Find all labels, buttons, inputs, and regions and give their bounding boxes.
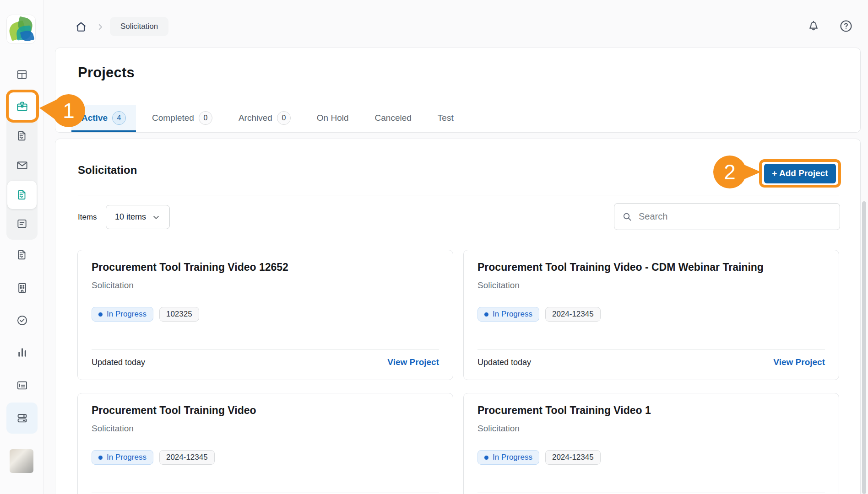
browser-list-icon <box>16 379 28 392</box>
notes-icon <box>16 218 28 230</box>
sidebar-item-contracts[interactable] <box>10 124 34 148</box>
status-badge: In Progress <box>477 450 539 465</box>
annotation-highlight-ring-add-project: + Add Project <box>759 159 841 188</box>
solicitation-panel: Solicitation + Add Project Items 10 item… <box>55 139 861 494</box>
sidebar-item-documents[interactable] <box>10 243 34 267</box>
sidebar-item-approvals[interactable] <box>10 308 34 332</box>
status-label: In Progress <box>107 453 146 462</box>
app-logo[interactable] <box>6 15 36 44</box>
project-id-badge: 2024-12345 <box>159 450 215 465</box>
project-title: Procurement Tool Training Video - CDM We… <box>477 261 825 274</box>
divider <box>78 195 839 195</box>
tab-test[interactable]: Test <box>428 105 464 132</box>
status-badge: In Progress <box>477 307 539 322</box>
logo-leaf-blue <box>20 29 35 43</box>
sidebar-item-dashboard[interactable] <box>10 63 34 86</box>
sidebar-item-servers[interactable] <box>10 406 34 430</box>
tab-active-count: 4 <box>112 111 126 125</box>
project-card: Procurement Tool Training Video Solicita… <box>77 393 453 494</box>
sidebar-item-vendors[interactable] <box>10 276 34 300</box>
view-project-link[interactable]: View Project <box>387 357 439 367</box>
tab-archived-count: 0 <box>277 111 291 125</box>
project-category: Solicitation <box>477 424 825 434</box>
add-project-button[interactable]: + Add Project <box>764 164 836 183</box>
annotation-step-2: 2 <box>711 154 763 190</box>
help-icon <box>839 19 853 33</box>
tab-on-hold-label: On Hold <box>317 113 349 123</box>
tab-archived[interactable]: Archived 0 <box>228 105 301 132</box>
help-button[interactable] <box>839 19 853 33</box>
bar-chart-icon <box>16 346 28 359</box>
tab-completed-count: 0 <box>199 111 212 125</box>
breadcrumb-current[interactable]: Solicitation <box>110 17 168 36</box>
divider <box>92 349 439 350</box>
items-per-page-label: Items <box>78 213 97 222</box>
status-dot-icon <box>484 312 488 317</box>
divider <box>92 493 439 493</box>
notifications-button[interactable] <box>807 19 820 32</box>
contract-icon <box>16 130 28 142</box>
tab-completed-label: Completed <box>152 113 194 123</box>
breadcrumb-current-label: Solicitation <box>120 22 158 31</box>
sidebar-item-records[interactable] <box>10 373 34 397</box>
page-title: Projects <box>78 64 135 81</box>
tab-canceled-label: Canceled <box>375 113 412 123</box>
project-status-tabs: Active 4 Completed 0 Archived 0 On Hold … <box>71 105 856 132</box>
project-card: Procurement Tool Training Video 12652 So… <box>77 250 453 380</box>
project-card-grid: Procurement Tool Training Video 12652 So… <box>77 250 839 494</box>
project-title: Procurement Tool Training Video <box>92 404 439 417</box>
project-card: Procurement Tool Training Video - CDM We… <box>463 250 839 380</box>
projects-panel: Projects Active 4 Completed 0 Archived 0… <box>55 48 861 133</box>
status-label: In Progress <box>493 310 532 319</box>
search-box <box>614 203 840 230</box>
project-category: Solicitation <box>477 280 825 290</box>
status-dot-icon <box>98 312 103 317</box>
project-id-badge: 2024-12345 <box>545 450 601 465</box>
updated-text: Updated today <box>477 358 531 367</box>
sidebar <box>0 0 43 494</box>
building-icon <box>16 282 28 294</box>
user-avatar[interactable] <box>10 449 33 473</box>
tab-canceled[interactable]: Canceled <box>365 105 422 132</box>
sidebar-item-mail[interactable] <box>10 153 34 177</box>
breadcrumb-home-button[interactable] <box>75 21 87 33</box>
tab-test-label: Test <box>438 113 454 123</box>
chevron-down-icon <box>152 213 161 222</box>
breadcrumb-chevron-icon <box>96 23 104 31</box>
updated-text: Updated today <box>92 358 145 367</box>
project-category: Solicitation <box>92 424 439 434</box>
annotation-step-2-number: 2 <box>722 161 738 183</box>
items-per-page-select[interactable]: 10 items <box>106 205 170 229</box>
mail-icon <box>16 159 28 172</box>
sidebar-item-reports[interactable] <box>10 340 34 364</box>
status-dot-icon <box>98 456 103 460</box>
vertical-scrollbar[interactable] <box>862 201 866 494</box>
check-circle-icon <box>16 314 28 327</box>
status-badge: In Progress <box>92 307 153 322</box>
document-icon <box>16 189 28 201</box>
search-icon <box>622 211 633 222</box>
status-label: In Progress <box>107 310 146 319</box>
annotation-step-1: 1 <box>37 91 88 132</box>
contract-icon <box>16 249 28 261</box>
tab-completed[interactable]: Completed 0 <box>142 105 222 132</box>
sidebar-item-solicitations-active[interactable] <box>10 183 34 207</box>
sidebar-item-notes[interactable] <box>10 212 34 236</box>
sidebar-item-projects[interactable] <box>10 94 34 118</box>
tab-archived-label: Archived <box>239 113 272 123</box>
project-id-badge: 102325 <box>159 307 199 322</box>
annotation-step-1-number: 1 <box>60 100 77 122</box>
status-label: In Progress <box>493 453 532 462</box>
project-category: Solicitation <box>92 280 439 290</box>
project-card: Procurement Tool Training Video 1 Solici… <box>463 393 839 494</box>
bell-icon <box>807 19 820 32</box>
project-id-badge: 2024-12345 <box>545 307 601 322</box>
servers-icon <box>16 412 28 424</box>
tab-on-hold[interactable]: On Hold <box>307 105 359 132</box>
search-input[interactable] <box>639 211 832 222</box>
view-project-link[interactable]: View Project <box>773 357 825 367</box>
section-title: Solicitation <box>78 164 137 177</box>
items-per-page-value: 10 items <box>115 212 146 222</box>
dashboard-icon <box>16 69 28 81</box>
project-title: Procurement Tool Training Video 12652 <box>92 261 439 274</box>
